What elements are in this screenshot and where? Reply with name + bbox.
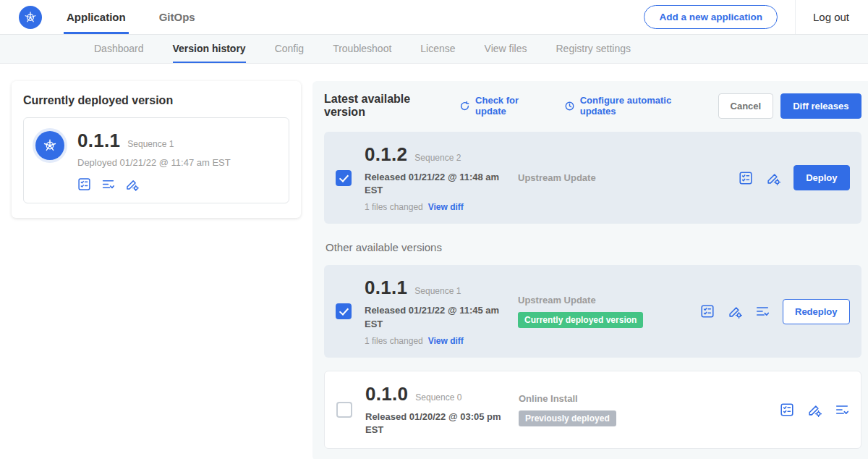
version-row-0-1-1: 0.1.1 Sequence 1 Released 01/21/22 @ 11:… xyxy=(324,265,861,357)
app-sub-navigation: Dashboard Version history Config Trouble… xyxy=(0,35,868,64)
subnav-tab-troubleshoot[interactable]: Troubleshoot xyxy=(333,35,391,63)
sequence-label: Sequence 0 xyxy=(415,392,461,403)
view-diff-link[interactable]: View diff xyxy=(428,202,464,212)
deployed-timestamp: Deployed 01/21/22 @ 11:47 am EST xyxy=(77,157,231,168)
logout-link[interactable]: Log out xyxy=(795,0,849,34)
config-icon[interactable] xyxy=(125,177,139,191)
sequence-label: Sequence 2 xyxy=(414,153,461,163)
version-checkbox[interactable] xyxy=(336,402,352,418)
release-notes-icon[interactable] xyxy=(739,171,753,185)
config-icon[interactable] xyxy=(807,403,822,417)
released-timestamp: Released 01/20/22 @ 03:05 pm EST xyxy=(365,410,503,437)
deployed-version-card: 0.1.1 Sequence 1 Deployed 01/21/22 @ 11:… xyxy=(23,117,289,203)
currently-deployed-card: Currently deployed version 0.1.1 Sequenc… xyxy=(12,81,301,218)
subnav-tab-view-files[interactable]: View files xyxy=(485,35,527,63)
release-notes-icon[interactable] xyxy=(77,177,91,191)
top-bar-right: Add a new application Log out xyxy=(644,0,849,34)
version-source: Online Install Previously deployed xyxy=(519,393,701,426)
release-notes-icon[interactable] xyxy=(780,403,794,417)
version-source: Upstream Update xyxy=(518,172,700,183)
main-content: Currently deployed version 0.1.1 Sequenc… xyxy=(0,64,868,459)
check-for-update-link[interactable]: Check for update xyxy=(459,95,545,117)
view-diff-link[interactable]: View diff xyxy=(428,336,464,346)
status-badge: Currently deployed version xyxy=(518,312,643,328)
version-checkbox[interactable] xyxy=(336,303,352,319)
version-info: 0.1.0 Sequence 0 Released 01/20/22 @ 03:… xyxy=(365,383,519,437)
version-actions: Redeploy xyxy=(700,299,850,324)
config-icon[interactable] xyxy=(766,171,780,185)
deploy-button[interactable]: Deploy xyxy=(793,165,849,190)
source-label: Upstream Update xyxy=(518,295,700,306)
cancel-button[interactable]: Cancel xyxy=(718,93,774,119)
deployed-version-number: 0.1.1 xyxy=(77,130,120,152)
status-badge: Previously deployed xyxy=(519,410,616,426)
subnav-tab-license[interactable]: License xyxy=(420,35,455,63)
deployed-actions xyxy=(77,177,231,191)
deployed-version-details: 0.1.1 Sequence 1 Deployed 01/21/22 @ 11:… xyxy=(77,130,231,191)
check-for-update-label: Check for update xyxy=(475,95,545,117)
clock-icon xyxy=(564,101,575,111)
config-icon[interactable] xyxy=(728,304,742,319)
kubernetes-icon xyxy=(42,138,58,153)
version-number: 0.1.0 xyxy=(365,383,408,405)
diff-releases-button[interactable]: Diff releases xyxy=(780,93,861,119)
top-navigation: Application GitOps xyxy=(64,0,226,34)
files-changed-label: 1 files changed xyxy=(365,336,423,346)
source-label: Online Install xyxy=(519,393,701,404)
tab-gitops[interactable]: GitOps xyxy=(156,0,198,34)
version-history-panel: Latest available version Check for updat… xyxy=(312,81,868,459)
latest-version-title: Latest available version xyxy=(324,93,445,119)
latest-version-header: Latest available version Check for updat… xyxy=(324,93,861,119)
logs-icon[interactable] xyxy=(755,304,770,319)
subnav-tab-version-history[interactable]: Version history xyxy=(173,35,246,63)
version-number: 0.1.2 xyxy=(365,143,407,166)
version-row-0-1-0: 0.1.0 Sequence 0 Released 01/20/22 @ 03:… xyxy=(324,371,861,449)
configure-automatic-updates-label: Configure automatic updates xyxy=(580,95,699,117)
released-timestamp: Released 01/21/22 @ 11:48 am EST xyxy=(365,171,502,197)
app-logo xyxy=(19,6,42,29)
kubernetes-icon xyxy=(23,10,38,25)
version-info: 0.1.1 Sequence 1 Released 01/21/22 @ 11:… xyxy=(365,277,518,345)
files-changed-label: 1 files changed xyxy=(365,202,423,212)
currently-deployed-title: Currently deployed version xyxy=(23,94,289,107)
redeploy-button[interactable]: Redeploy xyxy=(783,299,850,324)
logs-icon[interactable] xyxy=(835,403,849,417)
other-versions-title: Other available versions xyxy=(326,241,861,253)
released-timestamp: Released 01/21/22 @ 11:45 am EST xyxy=(365,304,502,330)
logs-icon[interactable] xyxy=(101,177,115,191)
top-bar: Application GitOps Add a new application… xyxy=(0,0,868,35)
configure-automatic-updates-link[interactable]: Configure automatic updates xyxy=(564,95,699,117)
subnav-tab-registry-settings[interactable]: Registry settings xyxy=(556,35,630,63)
version-actions: Deploy xyxy=(739,165,849,190)
version-info: 0.1.2 Sequence 2 Released 01/21/22 @ 11:… xyxy=(365,143,518,212)
tab-application[interactable]: Application xyxy=(64,0,129,34)
sequence-label: Sequence 1 xyxy=(414,286,461,296)
subnav-tab-dashboard[interactable]: Dashboard xyxy=(94,35,144,63)
source-label: Upstream Update xyxy=(518,172,700,183)
version-number: 0.1.1 xyxy=(365,277,407,299)
subnav-tab-config[interactable]: Config xyxy=(275,35,304,63)
version-row-0-1-2: 0.1.2 Sequence 2 Released 01/21/22 @ 11:… xyxy=(324,132,861,224)
version-source: Upstream Update Currently deployed versi… xyxy=(518,295,700,328)
add-application-button[interactable]: Add a new application xyxy=(644,5,778,29)
refresh-icon xyxy=(459,101,470,111)
deployed-app-icon xyxy=(35,131,64,160)
version-checkbox[interactable] xyxy=(336,170,352,186)
release-notes-icon[interactable] xyxy=(700,304,715,319)
deployed-sequence-label: Sequence 1 xyxy=(127,139,174,149)
version-actions xyxy=(780,403,849,417)
